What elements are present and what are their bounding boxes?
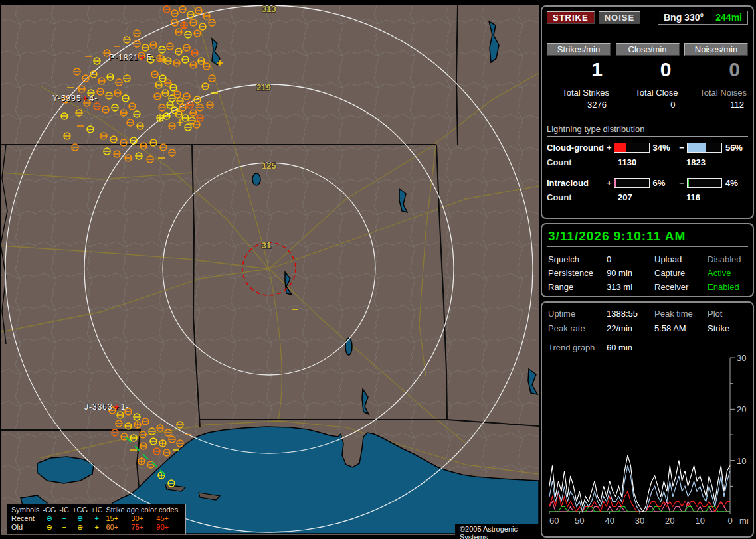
age-75: 75+ [131, 523, 156, 532]
svg-text:40: 40 [605, 516, 614, 526]
strike-cp [138, 458, 145, 465]
noises-per-min-chip[interactable]: Noises/min [684, 43, 748, 56]
minus-sign: − [679, 143, 686, 153]
map-canvas: 313 219 125 31 [1, 5, 539, 535]
storm-cell-label: Y-5995+4- [52, 94, 98, 103]
cell-centroid-icon: + [139, 53, 147, 62]
capture-label: Capture [654, 268, 708, 279]
lightning-map[interactable]: 313 219 125 31 P-1821+5-Y-5995+4-J-3363+… [1, 5, 539, 535]
trend-graph-window: 60 min [607, 343, 632, 352]
legend-row-recent-label: Recent [11, 514, 43, 523]
settings-row: Persistence 90 min Capture Active [547, 266, 748, 280]
strike-cp [159, 440, 166, 447]
cell-centroid-icon: + [113, 402, 121, 412]
ring-label-219: 219 [256, 82, 271, 92]
count-label: Count [547, 193, 610, 202]
persistence-value: 90 min [607, 268, 654, 279]
ic-positive-pct: 6% [653, 178, 680, 188]
strike-cp [157, 115, 163, 121]
sidebar: STRIKE NOISE Bng 330° 244mi Strikes/min … [541, 5, 754, 538]
peak-rate-label: Peak rate [548, 323, 607, 335]
svg-text:50: 50 [575, 516, 584, 526]
svg-text:60: 60 [549, 516, 559, 526]
trend-graph-label: Trend graph [548, 343, 607, 352]
peak-time-value: 5:58 AM [654, 323, 708, 335]
close-per-min-chip[interactable]: Close/min [616, 43, 680, 56]
ic-negative-bar [687, 178, 722, 188]
cell-id: P-1821 [109, 53, 139, 62]
intracloud-count-row: Count 207 116 [547, 193, 748, 202]
peak-rate-row: Peak rate 22/min 5:58 AM Strike [547, 321, 748, 336]
squelch-label: Squelch [548, 254, 607, 265]
peak-time-label: Peak time [654, 308, 708, 320]
peak-rate-value: 22/min [607, 323, 654, 335]
settings-row: Range 313 mi Receiver Enabled [547, 280, 748, 294]
legend-symbols-title: Symbols [11, 506, 43, 514]
cg-positive-pct: 34% [653, 143, 680, 153]
statistics-panel: STRIKE NOISE Bng 330° 244mi Strikes/min … [541, 5, 754, 219]
legend-col-cg-minus: -CG [43, 506, 59, 514]
noise-toggle-button[interactable]: NOISE [599, 11, 640, 24]
bearing-label: Bng 330° [664, 12, 704, 23]
intracloud-label: Intracloud [547, 178, 607, 188]
cell-rate: 4- [90, 94, 98, 103]
bearing-readout: Bng 330° 244mi [658, 11, 748, 25]
datetime-display: 3/11/2026 9:10:11 AM [547, 228, 748, 247]
distribution-title: Lightning type distribution [547, 124, 748, 137]
cg-positive-bar [614, 143, 649, 153]
minus-sign: − [679, 178, 686, 188]
trend-series-totalstrikes [549, 455, 730, 512]
close-per-min-value: 0 [616, 58, 680, 82]
plot-mode-value: Strike [708, 323, 747, 335]
uptime-value: 1388:55 [607, 308, 654, 320]
strikes-per-min-chip[interactable]: Strikes/min [547, 43, 611, 56]
minus-icon: − [59, 514, 72, 523]
storm-cell-label: J-3363+1- [84, 402, 129, 412]
persistence-label: Persistence [548, 268, 607, 279]
svg-text:30: 30 [737, 354, 746, 363]
legend-col-ic-minus: -IC [59, 506, 72, 514]
uptime-label: Uptime [548, 308, 607, 320]
upload-status: Disabled [708, 254, 747, 265]
uptime-row: Uptime 1388:55 Peak time Plot [547, 307, 748, 321]
age-45: 45+ [156, 514, 181, 523]
app-window: { "colors": { "land":"#6d5f57","water":"… [0, 0, 756, 539]
circle-minus-icon: ⊖ [43, 514, 59, 523]
svg-text:20: 20 [665, 516, 674, 526]
status-panel: 3/11/2026 9:10:11 AM Squelch 0 Upload Di… [541, 223, 754, 297]
total-noises-label: Total Noises [684, 88, 748, 98]
circle-minus-icon: ⊖ [43, 523, 59, 532]
svg-text:min: min [739, 516, 749, 526]
circle-plus-icon: ⊕ [72, 514, 91, 523]
ic-negative-count: 116 [681, 193, 700, 202]
cg-negative-count: 1823 [681, 157, 706, 167]
trend-series-cg [549, 465, 730, 512]
plus-icon: + [91, 523, 106, 532]
svg-text:30: 30 [635, 516, 644, 526]
trend-panel: Uptime 1388:55 Peak time Plot Peak rate … [541, 301, 754, 538]
age-30: 30+ [131, 514, 156, 523]
close-counter-column: Close/min 0 Total Close 0 [616, 43, 680, 110]
attribution-text: ©2005 Astrogenic Systems [455, 524, 539, 539]
ring-label-31: 31 [262, 240, 271, 250]
plot-label: Plot [708, 308, 747, 320]
receiver-status: Enabled [708, 281, 747, 293]
legend-col-cg-plus: +CG [72, 506, 91, 514]
total-close-label: Total Close [616, 88, 680, 98]
noises-counter-column: Noises/min 0 Total Noises 112 [684, 43, 748, 110]
cell-rate: 1- [121, 402, 130, 412]
total-noises-value: 112 [684, 100, 748, 110]
cell-id: Y-5995 [52, 94, 82, 103]
ic-negative-pct: 4% [725, 178, 748, 188]
total-strikes-label: Total Strikes [547, 88, 611, 98]
range-label: Range [548, 281, 607, 293]
cell-centroid-icon: + [82, 94, 90, 103]
svg-text:10: 10 [737, 456, 746, 466]
range-value: 313 mi [607, 281, 654, 293]
cg-positive-count: 1130 [610, 157, 681, 167]
plus-sign: + [607, 178, 614, 188]
cloud-ground-label: Cloud-ground [547, 143, 607, 153]
strike-toggle-button[interactable]: STRIKE [547, 11, 595, 24]
count-label: Count [547, 157, 610, 167]
ic-positive-bar [614, 178, 649, 188]
